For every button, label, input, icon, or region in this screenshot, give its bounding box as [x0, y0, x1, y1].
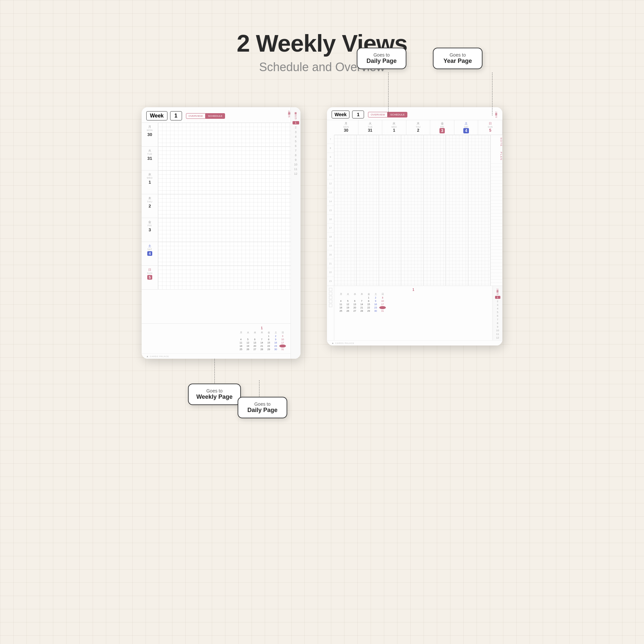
dashed-line-daily-right — [388, 72, 389, 115]
day-row-wed: 水 WED 1 — [142, 170, 291, 194]
day-en: SUN — [147, 272, 152, 274]
checkbox-3 — [329, 296, 332, 299]
checkbox-5 — [329, 304, 332, 307]
cal-header: 土 — [272, 331, 279, 334]
time-10: 10 — [327, 161, 334, 170]
day-num: 31 — [147, 156, 152, 161]
triangle-icon-right: ▲ — [332, 342, 334, 344]
planners-section: Week 1 OVERVIEW SCHEDULE 年暦2025 — [142, 107, 502, 359]
day-jp: 日 — [148, 268, 151, 272]
tooltip-bottom-weekly: Weekly Page — [195, 393, 234, 400]
day-label-tue: 火 TUE 31 — [142, 147, 158, 170]
day-content-fri — [158, 218, 291, 242]
mini-cal-month: 1 — [238, 326, 286, 330]
col-body-sun — [468, 135, 490, 286]
fri-date-num: 3 — [439, 128, 445, 133]
right-bottom-section: 1 月 火 水 木 金 土 日 — [327, 286, 502, 340]
tab-schedule-right[interactable]: SCHEDULE — [388, 112, 407, 117]
plan-label: PLAN — [491, 149, 502, 163]
sidebar-year: 2025 — [295, 113, 297, 120]
week-num-7: 7 — [295, 149, 297, 152]
day-jp: 木 — [148, 196, 151, 201]
tooltip-top-weekly: Goes to — [195, 388, 234, 393]
tab-schedule[interactable]: SCHEDULE — [206, 113, 225, 119]
main-grid-area: 7 8 9 10 11 12 13 14 15 16 17 18 — [327, 135, 502, 286]
right-week-sidebar: 年暦 2025 1 2 3 4 5 6 7 8 9 10 11 12 — [291, 107, 300, 359]
right-wk-9: 9 — [497, 325, 498, 328]
tooltip-daily-right: Goes to Daily Page — [357, 48, 406, 69]
day-row-sun: 日 SUN 5 — [142, 266, 291, 290]
notes-sidebar: NOTE PLAN — [490, 135, 502, 286]
day-content-tue — [158, 147, 291, 170]
right-wk-1: 1 — [495, 296, 500, 299]
day-content-mon — [158, 123, 291, 146]
time-14: 14 — [327, 197, 334, 206]
day-content-sat — [158, 242, 291, 265]
left-planner-wrapper: Week 1 OVERVIEW SCHEDULE 年暦2025 — [142, 107, 300, 359]
tab-overview-right[interactable]: OVERVIEW — [368, 112, 388, 117]
right-wk-10: 10 — [496, 329, 499, 332]
day-content-thu — [158, 194, 291, 218]
day-num: 1 — [149, 180, 151, 185]
day-en: FRI — [148, 224, 152, 227]
day-row-tue: 火 TUE 31 — [142, 147, 291, 170]
checkbox-1 — [329, 288, 332, 291]
day-label-mon: 月 MON 30 — [142, 123, 158, 146]
sat-date-num: 4 — [463, 128, 469, 133]
notes-label: NOTE — [491, 135, 502, 149]
col-body-tue — [356, 135, 379, 286]
day-columns-header: 月 MON 30 火 TUE 31 水 WED 1 — [334, 120, 502, 135]
col-header-wed: 水 WED 1 — [382, 120, 406, 135]
tooltip-daily-left: Goes to Daily Page — [238, 397, 287, 418]
right-mini-calendar: 1 月 火 水 木 金 土 日 — [338, 288, 489, 312]
checkbox-area — [327, 286, 334, 340]
day-label-fri: 金 FRI 3 — [142, 218, 158, 242]
day-jp: 金 — [148, 220, 151, 224]
right-mini-cal-area: 1 月 火 水 木 金 土 日 — [334, 286, 492, 340]
week-num-9: 9 — [295, 158, 297, 161]
tooltip-weekly-left: Goes to Weekly Page — [188, 384, 241, 405]
week-num-4: 4 — [295, 135, 297, 138]
col-header-fri: 金 FRI 3 — [430, 120, 454, 135]
time-13: 13 — [327, 188, 334, 197]
tooltip-bottom-daily-left: Daily Page — [245, 407, 280, 414]
cal-header: 金 — [265, 331, 272, 334]
day-row-mon: 月 MON 30 — [142, 123, 291, 147]
checkbox-2 — [329, 292, 332, 295]
right-sidebar-nums: 年暦 2025 1 2 3 4 5 6 7 8 9 10 11 — [492, 286, 502, 340]
tooltip-year-right: Goes to Year Page — [433, 48, 483, 69]
cal-header: 月 — [238, 331, 244, 334]
day-en: THU — [147, 201, 153, 203]
right-planner-inner: Week 1 OVERVIEW SCHEDULE 年暦2025 月 — [327, 107, 502, 345]
day-content-sun — [158, 266, 291, 289]
time-23: 23 — [327, 277, 334, 286]
tooltip-top-daily-left: Goes to — [245, 401, 280, 407]
tooltip-bottom-year: Year Page — [440, 58, 475, 65]
col-header-sun: 日 SUN 5 — [478, 120, 502, 135]
tab-overview[interactable]: OVERVIEW — [186, 113, 206, 119]
jp-side-text-right: 年暦2025 — [494, 111, 498, 118]
time-9: 9 — [327, 153, 334, 162]
cal-header: 日 — [279, 331, 286, 334]
day-en: TUE — [147, 153, 153, 155]
right-wk-2: 2 — [497, 300, 498, 303]
right-wk-8: 8 — [497, 322, 498, 325]
right-planner-footer: ▲ CARDS PALACE — [327, 340, 502, 345]
right-planner-wrapper: Goes to Daily Page Goes to Year Page Wee… — [327, 81, 502, 345]
mini-calendar-section: 1 月 火 水 木 金 土 日 — [142, 323, 291, 353]
brand-name-right: CARDS PALACE — [335, 342, 354, 344]
notes-content — [491, 163, 502, 286]
col-header-mon: 月 MON 30 — [334, 120, 358, 135]
cal-header: 火 — [245, 331, 251, 334]
right-sidebar-year: 2025 — [496, 289, 499, 295]
day-num: 30 — [147, 132, 152, 137]
brand-name: CARDS PALACE — [150, 355, 169, 357]
day-en: SAT — [147, 248, 152, 251]
right-mini-cal-month: 1 — [338, 288, 489, 292]
time-18: 18 — [327, 233, 334, 242]
time-16: 16 — [327, 215, 334, 224]
left-planner-body: Week 1 OVERVIEW SCHEDULE 年暦2025 — [142, 107, 291, 359]
time-sidebar: 7 8 9 10 11 12 13 14 15 16 17 18 — [327, 135, 334, 286]
page-container: 2 Weekly Views Schedule and Overview Wee… — [0, 0, 644, 644]
view-tabs: OVERVIEW SCHEDULE — [186, 113, 225, 119]
